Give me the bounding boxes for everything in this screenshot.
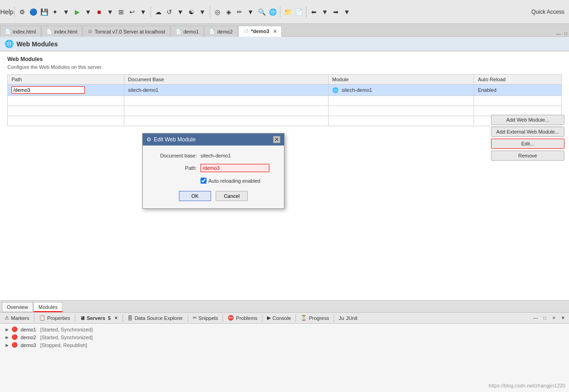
toolbar-btn-23[interactable]: 📄 — [294, 7, 304, 17]
web-modules-table: Path Document Base Module Auto Reload — [7, 74, 562, 126]
modal-docbase-value: sitech-demo1 — [201, 153, 231, 158]
servers-close-icon[interactable]: ✕ — [114, 316, 118, 320]
server-name-demo1: demo1 — [21, 327, 36, 332]
toolbar-progress[interactable]: ⏳ Progress — [298, 313, 332, 323]
toolbar-servers[interactable]: 🖥 Servers 5 ✕ — [77, 313, 121, 323]
toolbar-btn-24[interactable]: ⬅ — [309, 7, 319, 17]
tab-minimize-btn[interactable]: — — [554, 31, 563, 36]
expand-demo3[interactable]: ▶ — [6, 343, 9, 347]
auto-reload-checkbox[interactable] — [201, 178, 206, 184]
toolbar-btn-2[interactable]: 🔵 — [28, 7, 38, 17]
server-status-demo1: [Started, Synchronized] — [39, 327, 93, 332]
toolbar-btn-run[interactable]: ▶ — [72, 7, 82, 17]
toolbar-btn-12[interactable]: ↺ — [164, 7, 174, 17]
bt-sep-8 — [334, 314, 334, 322]
toolbar-btn-red[interactable]: ■ — [94, 7, 104, 17]
toolbar-btn-10[interactable]: ▼ — [138, 7, 148, 17]
table-row-empty-3[interactable] — [8, 116, 562, 126]
server-status-demo2: [Started, Synchronized] — [39, 335, 93, 340]
tab-demo1[interactable]: 📄 demo1 — [171, 26, 204, 37]
toolbar-properties[interactable]: 📋 Properties — [36, 313, 73, 323]
modal-titlebar-icon: ⚙ — [146, 136, 151, 143]
tab-label-tomcat: Tomcat v7.0 Server at localhost — [95, 29, 165, 34]
modal-titlebar: ⚙ Edit Web Module ✕ — [143, 134, 284, 146]
add-web-module-btn[interactable]: Add Web Module... — [491, 115, 564, 125]
table-row[interactable]: sitech-demo1 🌐 sitech-demo1 Enabled — [8, 84, 562, 96]
snippets-label: Snippets — [199, 315, 218, 321]
tab-icon-index1: 📄 — [5, 29, 11, 34]
toolbar-problems[interactable]: ⛔ Problems — [225, 313, 260, 323]
toolbar-btn-3[interactable]: 💾 — [39, 7, 49, 17]
markers-icon: ⚠ — [5, 315, 9, 321]
table-row-empty-2[interactable] — [8, 106, 562, 116]
bt-menu-btn[interactable]: ▼ — [559, 314, 567, 322]
add-external-web-module-btn[interactable]: Add External Web Module... — [491, 127, 564, 137]
toolbar-btn-26[interactable]: ➡ — [331, 7, 341, 17]
bt-minimize-btn[interactable]: — — [531, 314, 540, 322]
toolbar-datasource[interactable]: 🗄 Data Source Explorer — [125, 313, 185, 323]
modal-cancel-btn[interactable]: Cancel — [216, 191, 248, 201]
auto-reload-label: Auto reloading enabled — [208, 178, 260, 184]
toolbar-btn-8[interactable]: ⊞ — [116, 7, 126, 17]
toolbar-btn-14[interactable]: ☯ — [186, 7, 196, 17]
expand-demo2[interactable]: ▶ — [6, 335, 9, 340]
tab-overview[interactable]: Overview — [2, 302, 33, 312]
tab-index2[interactable]: 📄 index.html — [41, 26, 82, 37]
server-item-demo1[interactable]: ▶ 🔴 demo1 [Started, Synchronized] — [4, 325, 565, 333]
tab-index1[interactable]: 📄 index.html — [0, 26, 41, 37]
toolbar-junit[interactable]: Ju JUnit — [336, 313, 360, 323]
modal-ok-btn[interactable]: OK — [179, 191, 211, 201]
toolbar-markers[interactable]: ⚠ Markers — [2, 313, 32, 323]
tab-tomcat[interactable]: 🖥 Tomcat v7.0 Server at localhost — [83, 26, 170, 37]
toolbar-btn-17[interactable]: ◈ — [223, 7, 234, 17]
edit-btn[interactable]: Edit... — [491, 139, 564, 149]
toolbar-btn-15[interactable]: ▼ — [197, 7, 207, 17]
modal-close-btn[interactable]: ✕ — [273, 136, 280, 143]
bt-sep-6 — [262, 314, 262, 322]
tab-maximize-btn[interactable]: □ — [563, 31, 569, 36]
toolbar-btn-5[interactable]: ▼ — [61, 7, 71, 17]
modal-path-input[interactable] — [201, 164, 269, 172]
toolbar-btn-4[interactable]: ✦ — [50, 7, 60, 17]
tab-demo2[interactable]: 📄 demo2 — [204, 26, 238, 37]
tab-modules[interactable]: Modules — [33, 302, 63, 312]
bt-close-btn[interactable]: ✕ — [550, 314, 558, 322]
modal-path-row: Path: — [150, 164, 277, 172]
server-name-demo3: demo3 — [21, 342, 36, 348]
tab-icon-demo1: 📄 — [176, 29, 181, 34]
toolbar-snippets[interactable]: ✂ Snippets — [190, 313, 221, 323]
toolbar-btn-1[interactable]: ⚙ — [17, 7, 27, 17]
toolbar-console[interactable]: ▶ Console — [264, 313, 294, 323]
bt-sep-2 — [75, 314, 75, 322]
toolbar-btn-11[interactable]: ☁ — [153, 7, 163, 17]
toolbar-btn-25[interactable]: ▼ — [320, 7, 330, 17]
toolbar-btn-27[interactable]: ▼ — [342, 7, 352, 17]
toolbar-btn-7[interactable]: ▼ — [105, 7, 115, 17]
modal-title: Edit Web Module — [154, 136, 273, 143]
toolbar-btn-22[interactable]: 📁 — [283, 7, 293, 17]
tab-label-index2: index.html — [54, 29, 77, 34]
toolbar-btn-18[interactable]: ✏ — [234, 7, 245, 17]
table-row-empty-1[interactable] — [8, 96, 562, 106]
toolbar-btn-6[interactable]: ▼ — [83, 7, 93, 17]
tab-demo3[interactable]: 📄 *demo3 ✕ — [238, 26, 282, 37]
toolbar-btn-16[interactable]: ◎ — [212, 7, 223, 17]
toolbar-btn-9[interactable]: ↩ — [127, 7, 137, 17]
server-icon-demo3: 🔴 — [11, 342, 18, 348]
server-item-demo3[interactable]: ▶ 🔴 demo3 [Stopped, Republish] — [4, 341, 565, 349]
expand-demo1[interactable]: ▶ — [6, 327, 9, 332]
toolbar-btn-13[interactable]: ▼ — [175, 7, 185, 17]
servers-label: Servers — [87, 315, 105, 321]
toolbar-btn-19[interactable]: ▼ — [245, 7, 256, 17]
toolbar-btn-20[interactable]: 🔍 — [257, 7, 267, 17]
toolbar-btn-21[interactable]: 🌐 — [268, 7, 278, 17]
main-content: 🌐 Web Modules Web Modules Configure the … — [0, 37, 569, 300]
bt-maximize-btn[interactable]: □ — [541, 314, 549, 322]
tab-close-demo3[interactable]: ✕ — [273, 29, 277, 34]
overview-tab-label: Overview — [7, 304, 28, 310]
path-input[interactable] — [11, 86, 85, 94]
remove-btn[interactable]: Remove — [491, 151, 564, 161]
module-icon: 🌐 — [332, 87, 339, 93]
help-menu[interactable]: Help — [2, 7, 12, 17]
server-item-demo2[interactable]: ▶ 🔴 demo2 [Started, Synchronized] — [4, 333, 565, 341]
